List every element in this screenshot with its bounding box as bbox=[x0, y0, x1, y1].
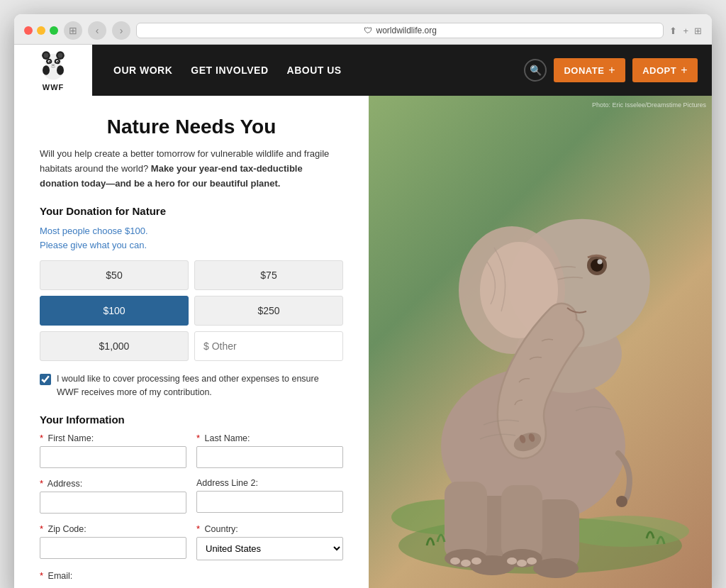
donation-suggestion: Most people choose $100. Please give wha… bbox=[40, 224, 343, 252]
panda-icon bbox=[35, 49, 71, 84]
svg-point-33 bbox=[527, 558, 537, 565]
donation-option-50[interactable]: $50 bbox=[40, 260, 189, 290]
address-input[interactable] bbox=[40, 492, 186, 514]
svg-point-4 bbox=[44, 53, 49, 58]
address-label: * Address: bbox=[40, 478, 186, 489]
form-panel: Nature Needs You Will you help create a … bbox=[14, 96, 369, 588]
country-required: * bbox=[196, 523, 200, 534]
last-name-input[interactable] bbox=[196, 446, 343, 468]
donation-option-1000[interactable]: $1,000 bbox=[40, 331, 189, 361]
svg-point-31 bbox=[507, 558, 517, 565]
browser-toolbar: ⊞ ‹ › 🛡 worldwildlife.org ⬆ + ⊞ bbox=[24, 21, 702, 44]
donation-other-input[interactable] bbox=[194, 331, 343, 361]
search-button[interactable]: 🔍 bbox=[524, 59, 547, 82]
suggestion-line2: Please give what you can. bbox=[40, 238, 343, 253]
svg-point-14 bbox=[43, 65, 50, 74]
svg-point-30 bbox=[471, 558, 481, 565]
adopt-plus-icon: + bbox=[681, 64, 688, 77]
last-name-required: * bbox=[196, 433, 200, 443]
cover-fees-label: I would like to cover processing fees an… bbox=[57, 372, 343, 399]
wwf-wordmark: WWF bbox=[43, 83, 64, 91]
address2-field: Address Line 2: bbox=[196, 478, 343, 514]
browser-nav: ⊞ ‹ › bbox=[64, 21, 130, 40]
cover-fees-checkbox[interactable] bbox=[40, 374, 51, 385]
new-tab-icon[interactable]: + bbox=[683, 26, 688, 36]
adopt-button[interactable]: ADOPT + bbox=[632, 58, 698, 82]
svg-point-18 bbox=[562, 516, 689, 547]
address-field: * Address: bbox=[40, 478, 186, 514]
lock-icon: 🛡 bbox=[364, 26, 372, 35]
your-info-label: Your Information bbox=[40, 414, 343, 426]
svg-point-15 bbox=[57, 65, 64, 74]
elephant-container bbox=[369, 96, 712, 588]
email-label: * Email: bbox=[40, 570, 186, 581]
close-button[interactable] bbox=[24, 26, 33, 35]
svg-rect-25 bbox=[501, 485, 542, 560]
first-name-field: * First Name: bbox=[40, 433, 186, 468]
elephant-illustration bbox=[377, 106, 703, 588]
country-field: * Country: United States Canada United K… bbox=[196, 523, 343, 560]
svg-point-10 bbox=[49, 61, 50, 62]
website: WWF OUR WORK GET INVOLVED ABOUT US 🔍 DON… bbox=[14, 45, 712, 588]
checkbox-row: I would like to cover processing fees an… bbox=[40, 372, 343, 399]
country-label: * Country: bbox=[196, 523, 343, 534]
back-button[interactable]: ‹ bbox=[88, 21, 106, 40]
suggestion-line1: Most people choose $100. bbox=[40, 224, 343, 238]
zip-field: * Zip Code: bbox=[40, 523, 186, 560]
donate-button[interactable]: DONATE + bbox=[554, 58, 625, 82]
svg-point-11 bbox=[57, 61, 58, 62]
address2-label: Address Line 2: bbox=[196, 478, 343, 488]
minimize-button[interactable] bbox=[37, 26, 45, 35]
first-name-label: * First Name: bbox=[40, 433, 186, 443]
sidebar-toggle[interactable]: ⊞ bbox=[64, 21, 82, 40]
browser-chrome: ⊞ ‹ › 🛡 worldwildlife.org ⬆ + ⊞ bbox=[14, 14, 712, 45]
forward-button[interactable]: › bbox=[112, 21, 130, 40]
address2-input[interactable] bbox=[196, 491, 343, 513]
country-select[interactable]: United States Canada United Kingdom Aust… bbox=[196, 537, 343, 560]
nav-links: OUR WORK GET INVOLVED ABOUT US bbox=[92, 45, 363, 96]
svg-point-32 bbox=[517, 560, 527, 567]
svg-point-5 bbox=[58, 53, 63, 58]
donation-section-label: Your Donation for Nature bbox=[40, 205, 343, 217]
nav-item-our-work[interactable]: OUR WORK bbox=[106, 59, 179, 82]
page-title: Nature Needs You bbox=[40, 116, 343, 138]
url-text: worldwildlife.org bbox=[376, 26, 437, 35]
nav-actions: 🔍 DONATE + ADOPT + bbox=[524, 45, 712, 96]
share-icon[interactable]: ⬆ bbox=[669, 26, 677, 36]
last-name-label: * Last Name: bbox=[196, 433, 343, 443]
address-bar-actions: ⬆ + ⊞ bbox=[669, 26, 702, 36]
first-name-required: * bbox=[40, 433, 43, 443]
nav-item-get-involved[interactable]: GET INVOLVED bbox=[184, 59, 275, 82]
form-grid: * First Name: * Last Name: bbox=[40, 433, 343, 581]
svg-rect-24 bbox=[445, 482, 487, 560]
traffic-lights bbox=[24, 26, 58, 35]
svg-point-28 bbox=[450, 558, 460, 565]
first-name-input[interactable] bbox=[40, 446, 186, 468]
nav-logo[interactable]: WWF bbox=[14, 45, 92, 96]
svg-point-29 bbox=[461, 560, 471, 567]
zip-required: * bbox=[40, 523, 43, 534]
address-required: * bbox=[40, 478, 43, 489]
email-field: * Email: bbox=[40, 570, 186, 581]
photo-credit: Photo: Eric Isselee/Dreamstime Pictures bbox=[592, 101, 706, 109]
email-required: * bbox=[40, 570, 43, 581]
last-name-field: * Last Name: bbox=[196, 433, 343, 468]
donate-plus-icon: + bbox=[608, 64, 615, 77]
donation-option-75[interactable]: $75 bbox=[194, 260, 343, 290]
donation-option-250[interactable]: $250 bbox=[194, 296, 343, 326]
main-content: Nature Needs You Will you help create a … bbox=[14, 96, 712, 588]
nav-item-about-us[interactable]: ABOUT US bbox=[280, 59, 349, 82]
page-subtitle: Will you help create a better tomorrow f… bbox=[40, 147, 343, 191]
browser-window: ⊞ ‹ › 🛡 worldwildlife.org ⬆ + ⊞ bbox=[14, 14, 712, 588]
grid-icon[interactable]: ⊞ bbox=[694, 26, 702, 36]
address-bar[interactable]: 🛡 worldwildlife.org bbox=[136, 23, 664, 38]
donation-option-100[interactable]: $100 bbox=[40, 296, 189, 326]
zip-label: * Zip Code: bbox=[40, 523, 186, 534]
maximize-button[interactable] bbox=[50, 26, 58, 35]
svg-point-13 bbox=[52, 65, 54, 66]
zip-input[interactable] bbox=[40, 537, 186, 559]
svg-point-40 bbox=[598, 260, 603, 265]
panda-logo: WWF bbox=[35, 49, 71, 91]
site-nav: WWF OUR WORK GET INVOLVED ABOUT US 🔍 DON… bbox=[14, 45, 712, 96]
donation-grid: $50 $75 $100 $250 $1,000 bbox=[40, 260, 343, 361]
